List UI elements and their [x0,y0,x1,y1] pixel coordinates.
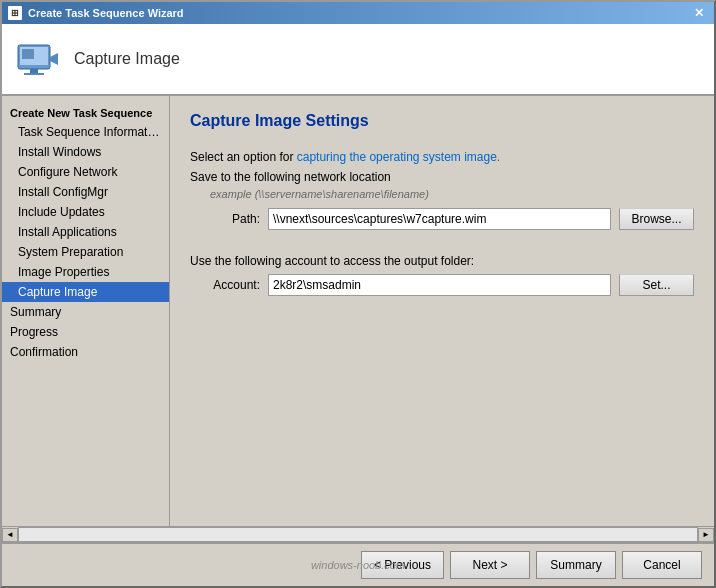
sidebar-item-create-new[interactable]: Create New Task Sequence [2,104,169,122]
set-button[interactable]: Set... [619,274,694,296]
summary-button[interactable]: Summary [536,551,616,579]
title-bar: ⊞ Create Task Sequence Wizard ✕ [2,2,714,24]
description-link: capturing the operating system image. [297,150,500,164]
scrollbar-track [18,527,698,542]
path-input[interactable] [268,208,611,230]
window: ⊞ Create Task Sequence Wizard ✕ Capture … [0,0,716,588]
sidebar-item-include-updates[interactable]: Include Updates [2,202,169,222]
svg-rect-4 [30,69,38,73]
network-label: Save to the following network location [190,170,694,184]
scrollbar-area: ◄ ► [2,526,714,542]
scroll-left[interactable]: ◄ [2,528,18,542]
account-row: Account: Set... [190,274,694,296]
sidebar-item-configure-network[interactable]: Configure Network [2,162,169,182]
svg-rect-5 [24,73,44,75]
sidebar-item-task-seq-info[interactable]: Task Sequence Information [2,122,169,142]
sidebar-item-progress[interactable]: Progress [2,322,169,342]
page-title: Capture Image Settings [190,112,694,130]
svg-rect-2 [22,49,34,59]
next-button[interactable]: Next > [450,551,530,579]
sidebar-item-system-prep[interactable]: System Preparation [2,242,169,262]
sidebar-item-image-props[interactable]: Image Properties [2,262,169,282]
account-label: Account: [190,278,260,292]
watermark: windows-noob.com [311,559,405,571]
cancel-button[interactable]: Cancel [622,551,702,579]
header-title: Capture Image [74,50,180,68]
sidebar-item-install-configmgr[interactable]: Install ConfigMgr [2,182,169,202]
sidebar-item-summary[interactable]: Summary [2,302,169,322]
header-panel: Capture Image [2,24,714,96]
scroll-right[interactable]: ► [698,528,714,542]
title-bar-icon: ⊞ [8,6,22,20]
sidebar: Create New Task Sequence Task Sequence I… [2,96,170,526]
sidebar-item-install-windows[interactable]: Install Windows [2,142,169,162]
svg-marker-3 [50,53,58,65]
path-row: Path: Browse... [190,208,694,230]
sidebar-item-capture-image[interactable]: Capture Image [2,282,169,302]
sidebar-item-confirmation[interactable]: Confirmation [2,342,169,362]
account-input[interactable] [268,274,611,296]
description-text: Select an option for capturing the opera… [190,150,694,164]
browse-button[interactable]: Browse... [619,208,694,230]
account-intro: Use the following account to access the … [190,254,694,268]
main-panel: Capture Image Settings Select an option … [170,96,714,526]
sidebar-item-install-apps[interactable]: Install Applications [2,222,169,242]
example-text: example (\\servername\sharename\filename… [210,188,694,200]
header-icon [14,35,62,83]
content-area: Create New Task Sequence Task Sequence I… [2,96,714,526]
title-bar-text: Create Task Sequence Wizard [28,7,184,19]
path-label: Path: [190,212,260,226]
title-bar-left: ⊞ Create Task Sequence Wizard [8,6,184,20]
footer: windows-noob.com < Previous Next > Summa… [2,542,714,586]
close-button[interactable]: ✕ [690,6,708,20]
